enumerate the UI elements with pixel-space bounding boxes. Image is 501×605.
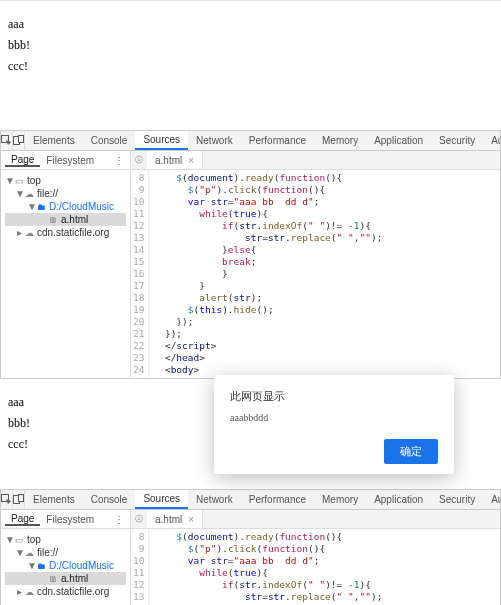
editor-tab-label: a.html	[155, 514, 182, 525]
tree-folder[interactable]: ▼🖿D:/CloudMusic	[5, 559, 126, 572]
tab-security[interactable]: Security	[431, 490, 483, 509]
editor-tab-ahtml[interactable]: a.html ×	[147, 151, 203, 169]
page-text-line[interactable]: aaa	[8, 17, 493, 32]
editor-nav-icon[interactable]: ⦾	[131, 154, 147, 166]
tab-performance[interactable]: Performance	[241, 490, 314, 509]
code-area[interactable]: 89101112131415161718192021222324 $(docum…	[131, 170, 500, 378]
svg-rect-2	[19, 136, 24, 143]
tree-top[interactable]: ▼▭top	[5, 533, 126, 546]
tab-sources[interactable]: Sources	[135, 131, 188, 150]
close-icon[interactable]: ×	[188, 514, 194, 525]
tab-network[interactable]: Network	[188, 490, 241, 509]
code-editor: ⦾ a.html × 89101112131415161718192021222…	[131, 151, 500, 378]
rendered-page-2: aaa bbb! ccc! 此网页显示 aaabbddd 确定	[0, 379, 501, 489]
alert-dialog: 此网页显示 aaabbddd 确定	[214, 375, 454, 474]
subtab-page[interactable]: Page	[5, 513, 40, 526]
svg-rect-5	[19, 495, 24, 502]
code-area[interactable]: 8910111213141516171819 $(document).ready…	[131, 529, 500, 605]
file-tree: ▼▭top ▼☁file:// ▼🖿D:/CloudMusic 🗎a.html …	[1, 170, 130, 243]
tab-security[interactable]: Security	[431, 131, 483, 150]
sources-sidebar: Page Filesystem ⋮ ▼▭top ▼☁file:// ▼🖿D:/C…	[1, 151, 131, 378]
tab-application[interactable]: Application	[366, 131, 431, 150]
tree-cdn[interactable]: ▸☁cdn.staticfile.org	[5, 585, 126, 598]
tab-audits[interactable]: Audits	[483, 490, 500, 509]
tree-file-ahtml[interactable]: 🗎a.html	[5, 572, 126, 585]
tree-cdn[interactable]: ▸☁cdn.staticfile.org	[5, 226, 126, 239]
device-toolbar-icon[interactable]	[13, 131, 25, 151]
devtools-panel-2: Elements Console Sources Network Perform…	[0, 489, 501, 605]
tab-sources[interactable]: Sources	[135, 490, 188, 509]
sources-sidebar: Page Filesystem ⋮ ▼▭top ▼☁file:// ▼🖿D:/C…	[1, 510, 131, 605]
devtools-tabbar: Elements Console Sources Network Perform…	[1, 131, 500, 151]
tab-memory[interactable]: Memory	[314, 131, 366, 150]
page-text-line[interactable]: ccc!	[8, 59, 493, 74]
tree-folder[interactable]: ▼🖿D:/CloudMusic	[5, 200, 126, 213]
code-editor: ⦾ a.html × 8910111213141516171819 $(docu…	[131, 510, 500, 605]
page-text-line[interactable]: bbb!	[8, 38, 493, 53]
subtab-filesystem[interactable]: Filesystem	[40, 514, 100, 525]
subtab-filesystem[interactable]: Filesystem	[40, 155, 100, 166]
inspect-element-icon[interactable]	[1, 131, 13, 151]
tab-application[interactable]: Application	[366, 490, 431, 509]
devtools-tabbar: Elements Console Sources Network Perform…	[1, 490, 500, 510]
editor-tab-ahtml[interactable]: a.html ×	[147, 510, 203, 528]
close-icon[interactable]: ×	[188, 155, 194, 166]
editor-tab-label: a.html	[155, 155, 182, 166]
dialog-title: 此网页显示	[230, 389, 438, 404]
tab-network[interactable]: Network	[188, 131, 241, 150]
dialog-ok-button[interactable]: 确定	[384, 439, 438, 464]
more-icon[interactable]: ⋮	[108, 155, 130, 166]
tab-memory[interactable]: Memory	[314, 490, 366, 509]
tab-performance[interactable]: Performance	[241, 131, 314, 150]
tab-audits[interactable]: Audits	[483, 131, 500, 150]
dialog-message: aaabbddd	[230, 412, 438, 423]
tree-file-ahtml[interactable]: 🗎a.html	[5, 213, 126, 226]
tree-origin[interactable]: ▼☁file://	[5, 546, 126, 559]
tree-origin[interactable]: ▼☁file://	[5, 187, 126, 200]
tab-elements[interactable]: Elements	[25, 490, 83, 509]
tab-console[interactable]: Console	[83, 490, 136, 509]
rendered-page-1: aaa bbb! ccc!	[0, 0, 501, 130]
file-tree: ▼▭top ▼☁file:// ▼🖿D:/CloudMusic 🗎a.html …	[1, 529, 130, 602]
tab-console[interactable]: Console	[83, 131, 136, 150]
device-toolbar-icon[interactable]	[13, 490, 25, 510]
inspect-element-icon[interactable]	[1, 490, 13, 510]
tree-top[interactable]: ▼▭top	[5, 174, 126, 187]
subtab-page[interactable]: Page	[5, 154, 40, 167]
devtools-panel-1: Elements Console Sources Network Perform…	[0, 130, 501, 379]
tab-elements[interactable]: Elements	[25, 131, 83, 150]
more-icon[interactable]: ⋮	[108, 514, 130, 525]
editor-nav-icon[interactable]: ⦾	[131, 513, 147, 525]
